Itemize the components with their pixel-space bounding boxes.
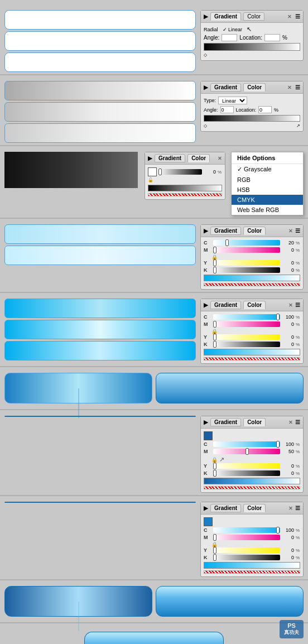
- location-input-2[interactable]: [258, 106, 272, 113]
- color-tab-7[interactable]: Color: [243, 418, 266, 426]
- menu-5[interactable]: ☰: [295, 302, 300, 308]
- final-button-top[interactable]: [84, 632, 224, 644]
- gradient-tab-8[interactable]: Gradient: [210, 504, 241, 512]
- menu-cmyk[interactable]: CMYK: [232, 195, 303, 205]
- shape-blue-1[interactable]: [4, 299, 196, 318]
- k-slider-8[interactable]: [213, 555, 280, 560]
- k-slider-5[interactable]: [213, 342, 280, 347]
- shape-blue-3[interactable]: [4, 341, 196, 361]
- color-tab-2[interactable]: Color: [243, 83, 266, 92]
- y-thumb-5[interactable]: [213, 334, 216, 340]
- close-btn-2[interactable]: ✕: [287, 85, 292, 90]
- m-thumb-4[interactable]: [213, 247, 216, 253]
- color-tab-3[interactable]: Color: [187, 154, 210, 162]
- y-thumb-4[interactable]: [213, 259, 216, 266]
- color-swatch-3[interactable]: [148, 167, 157, 176]
- c-slider-8[interactable]: [213, 527, 280, 533]
- gradient-tab-4[interactable]: Gradient: [210, 227, 241, 235]
- gradient-tab-label[interactable]: Gradient: [210, 12, 241, 21]
- k-thumb-4[interactable]: [213, 267, 216, 273]
- shape-gray-3[interactable]: [4, 123, 196, 143]
- close-3[interactable]: ✕: [218, 156, 222, 161]
- color-bar-8[interactable]: [204, 562, 300, 569]
- y-slider-7[interactable]: [213, 463, 280, 469]
- gradient-tab-7[interactable]: Gradient: [210, 418, 241, 426]
- color-tab-label[interactable]: Color: [243, 12, 264, 21]
- m-thumb-5[interactable]: [213, 321, 216, 328]
- menu-websafe[interactable]: Web Safe RGB: [232, 205, 303, 215]
- y-thumb-8[interactable]: [213, 547, 216, 554]
- location-input[interactable]: [264, 34, 280, 41]
- type-select-2[interactable]: Linear: [218, 97, 247, 104]
- shape-blue-left-6[interactable]: [4, 373, 152, 403]
- linear-check[interactable]: ✓ Linear: [223, 27, 243, 32]
- shape-dark-1[interactable]: [4, 152, 138, 188]
- m-thumb-8[interactable]: [213, 534, 216, 541]
- k-thumb-3[interactable]: [158, 169, 162, 175]
- shape-gray-1[interactable]: [4, 81, 196, 100]
- gradient-tab-3[interactable]: Gradient: [155, 154, 185, 162]
- gradient-preview-bar-1[interactable]: [204, 43, 300, 51]
- menu-4[interactable]: ☰: [295, 228, 300, 234]
- close-7[interactable]: ✕: [288, 420, 293, 425]
- c-thumb-5[interactable]: [276, 314, 280, 320]
- shape-blue-2[interactable]: [4, 320, 196, 339]
- close-5[interactable]: ✕: [288, 302, 293, 308]
- swatch-8[interactable]: [204, 517, 213, 526]
- close-8[interactable]: ✕: [288, 506, 293, 511]
- shape-glossy-right-9[interactable]: [156, 586, 304, 617]
- menu-grayscale[interactable]: Grayscale: [232, 164, 303, 175]
- y-slider-4[interactable]: [213, 260, 280, 266]
- shape-gray-2[interactable]: [4, 102, 196, 122]
- shape-blue-right-6[interactable]: [156, 373, 304, 403]
- shape-cyan-2[interactable]: [4, 246, 196, 265]
- gradient-preview-2[interactable]: [204, 115, 300, 122]
- menu-7[interactable]: ☰: [295, 419, 300, 425]
- shape-rect-3[interactable]: [4, 52, 196, 72]
- menu-hsb[interactable]: HSB: [232, 185, 303, 195]
- menu-hide-options[interactable]: Hide Options: [232, 152, 303, 164]
- shape-cyan-1[interactable]: [4, 224, 196, 244]
- angle-input-2[interactable]: [220, 106, 234, 113]
- m-slider-4[interactable]: [213, 247, 280, 253]
- panel-close-btn[interactable]: ✕: [287, 14, 292, 20]
- c-slider-5[interactable]: [213, 314, 280, 320]
- y-thumb-7[interactable]: [213, 463, 216, 469]
- menu-rgb[interactable]: RGB: [232, 175, 303, 185]
- gradient-tab-2[interactable]: Gradient: [210, 83, 241, 92]
- close-4[interactable]: ✕: [288, 228, 293, 234]
- k-thumb-5[interactable]: [213, 341, 216, 348]
- shape-deep-blue-7[interactable]: [4, 416, 196, 417]
- shape-mid-blue-8[interactable]: [4, 502, 196, 503]
- color-bar-7[interactable]: [204, 478, 300, 484]
- shape-rect-2[interactable]: [4, 31, 196, 51]
- k-slider-4[interactable]: [213, 267, 280, 273]
- shape-glossy-left-9[interactable]: [4, 586, 152, 617]
- color-bar-5[interactable]: [204, 349, 300, 355]
- y-slider-8[interactable]: [213, 547, 280, 553]
- c-thumb-8[interactable]: [276, 527, 280, 534]
- gradient-bar-3[interactable]: [148, 185, 222, 191]
- k-thumb-7[interactable]: [213, 470, 216, 477]
- k-thumb-8[interactable]: [213, 554, 216, 561]
- radial-label[interactable]: Radial: [204, 27, 218, 32]
- menu-icon-2[interactable]: ☰: [295, 84, 300, 90]
- swatch-7[interactable]: [204, 431, 213, 440]
- c-slider-4[interactable]: [213, 240, 280, 246]
- m-slider-7[interactable]: [213, 449, 280, 454]
- y-slider-5[interactable]: [213, 334, 280, 340]
- c-thumb-4[interactable]: [225, 239, 229, 246]
- gradient-tab-5[interactable]: Gradient: [210, 301, 241, 309]
- shape-rect-1[interactable]: [4, 10, 196, 30]
- m-slider-5[interactable]: [213, 321, 280, 327]
- c-slider-7[interactable]: [213, 441, 280, 447]
- color-tab-5[interactable]: Color: [243, 301, 266, 309]
- menu-8[interactable]: ☰: [295, 505, 300, 511]
- color-tab-8[interactable]: Color: [243, 504, 266, 512]
- color-bar-4[interactable]: [204, 275, 300, 281]
- color-tab-4[interactable]: Color: [243, 227, 266, 235]
- panel-menu-icon[interactable]: ☰: [295, 13, 300, 20]
- m-slider-8[interactable]: [213, 535, 280, 540]
- k-slider-3[interactable]: [158, 169, 202, 175]
- angle-input[interactable]: [222, 34, 237, 41]
